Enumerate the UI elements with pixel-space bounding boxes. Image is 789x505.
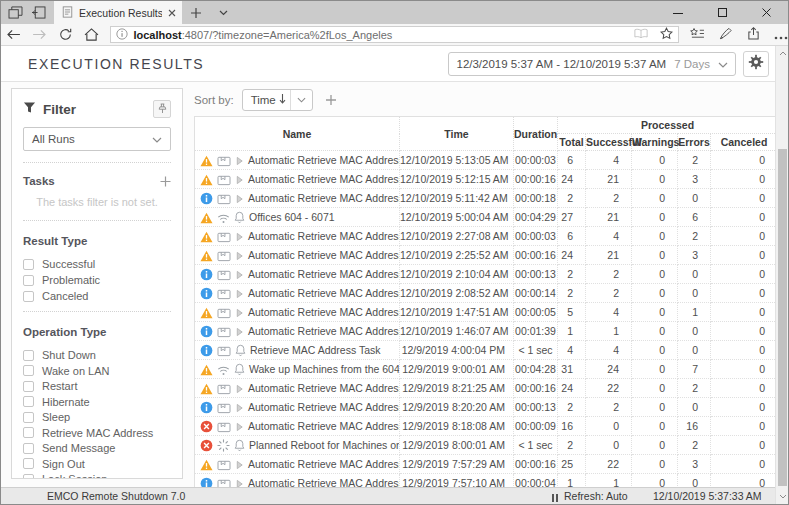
result-row[interactable]: Automatic Retrieve MAC Address12/10/2019… [195,151,776,170]
checkbox[interactable] [23,458,34,469]
column-header-successful[interactable]: Successful [586,134,632,151]
expand-arrow-icon[interactable] [235,420,244,432]
home-icon[interactable] [79,25,105,45]
checkbox[interactable] [23,275,34,286]
checkbox[interactable] [23,259,34,270]
result-row[interactable]: Automatic Retrieve MAC Address12/10/2019… [195,170,776,189]
checkbox[interactable] [23,427,34,438]
result-row[interactable]: Automatic Retrieve MAC Address12/10/2019… [195,284,776,303]
scroll-down-icon[interactable] [776,490,789,503]
filter-option-hibernate[interactable]: Hibernate [23,396,171,408]
result-row[interactable]: Retrieve MAC Address Task12/9/2019 4:00:… [195,341,776,360]
filter-option-successful[interactable]: Successful [23,258,171,270]
column-header-errors[interactable]: Errors [678,134,711,151]
checkbox[interactable] [23,412,34,423]
expand-arrow-icon[interactable] [235,173,244,185]
expand-arrow-icon[interactable] [235,230,244,242]
expand-arrow-icon[interactable] [235,154,244,166]
set-tabs-aside-icon[interactable] [31,6,46,19]
column-header-duration[interactable]: Duration [514,117,558,151]
expand-arrow-icon[interactable] [235,325,244,337]
filter-option-shut-down[interactable]: Shut Down [23,349,171,361]
result-row[interactable]: Automatic Retrieve MAC Address12/10/2019… [195,303,776,322]
more-options-icon[interactable] [774,26,788,44]
expand-arrow-icon[interactable] [235,287,244,299]
maximize-button[interactable] [700,1,744,24]
result-row[interactable]: Automatic Retrieve MAC Address12/10/2019… [195,322,776,341]
new-tab-button[interactable] [182,1,210,24]
column-header-warnings[interactable]: Warnings [632,134,678,151]
result-row[interactable]: Automatic Retrieve MAC Address12/10/2019… [195,227,776,246]
checkbox[interactable] [23,396,34,407]
filter-option-retrieve-mac-address[interactable]: Retrieve MAC Address [23,427,171,439]
checkbox[interactable] [23,474,34,480]
expand-arrow-icon[interactable] [235,382,244,394]
result-row[interactable]: Automatic Retrieve MAC Address12/10/2019… [195,189,776,208]
pause-refresh-icon[interactable] [552,492,558,504]
filter-option-canceled[interactable]: Canceled [23,290,171,302]
checkbox[interactable] [23,291,34,302]
filter-option-send-message[interactable]: Send Message [23,442,171,454]
result-row[interactable]: Planned Reboot for Machines on the 3rd F… [195,436,776,455]
result-row[interactable]: Automatic Retrieve MAC Address12/10/2019… [195,265,776,284]
column-header-total[interactable]: Total [558,134,586,151]
filter-option-restart[interactable]: Restart [23,380,171,392]
date-range-selector[interactable]: 12/3/2019 5:37 AM - 12/10/2019 5:37 AM 7… [448,52,736,76]
expand-arrow-icon[interactable] [235,458,244,470]
refresh-icon[interactable] [53,25,79,45]
tab-close-icon[interactable] [168,7,176,19]
expand-arrow-icon[interactable] [235,401,244,413]
settings-button[interactable] [743,51,769,77]
filter-option-sign-out[interactable]: Sign Out [23,458,171,470]
filter-option-lock-session[interactable]: Lock Session [23,473,171,479]
favorite-star-icon[interactable] [660,27,673,42]
page-scrollbar[interactable] [775,46,788,504]
filter-option-wake-on-lan[interactable]: Wake on LAN [23,365,171,377]
runs-filter-select[interactable]: All Runs [23,127,171,151]
add-task-filter-button[interactable] [160,176,171,187]
expand-arrow-icon[interactable] [235,192,244,204]
checkbox[interactable] [23,381,34,392]
scheduled-task-icon [217,382,231,395]
checkbox[interactable] [23,365,34,376]
browser-tab[interactable]: Execution Results - EMC [54,1,182,24]
sort-field-select[interactable]: Time [242,89,313,111]
scrollbar-thumb[interactable] [778,149,787,486]
checkbox[interactable] [23,443,34,454]
expand-arrow-icon[interactable] [235,249,244,261]
close-window-button[interactable] [744,1,788,24]
annotate-pen-icon[interactable] [719,26,733,44]
filter-option-problematic[interactable]: Problematic [23,274,171,286]
minimize-button[interactable] [656,1,700,24]
url-input[interactable]: localhost:4807/?timezone=America%2fLos_A… [110,26,679,43]
checkbox[interactable] [23,350,34,361]
result-row[interactable]: Automatic Retrieve MAC Address12/9/2019 … [195,379,776,398]
tab-list-chevron-icon[interactable] [210,1,237,24]
column-header-name[interactable]: Name [195,117,400,151]
result-row[interactable]: Automatic Retrieve MAC Address12/9/2019 … [195,398,776,417]
column-header-canceled[interactable]: Canceled [711,134,776,151]
chevron-down-icon [290,90,312,110]
result-row[interactable]: Wake up Machines from the 604-607 Office… [195,360,776,379]
back-icon[interactable] [1,25,27,45]
expand-arrow-icon[interactable] [235,477,244,487]
add-sort-button[interactable] [325,94,337,106]
result-row[interactable]: Automatic Retrieve MAC Address12/9/2019 … [195,455,776,474]
expand-arrow-icon[interactable] [235,306,244,318]
result-row[interactable]: Offices 604 - 607112/10/2019 5:00:04 AM0… [195,208,776,227]
result-row[interactable]: Automatic Retrieve MAC Address12/9/2019 … [195,417,776,436]
filter-option-sleep[interactable]: Sleep [23,411,171,423]
reading-view-icon[interactable] [634,28,648,41]
result-row[interactable]: Automatic Retrieve MAC Address12/10/2019… [195,246,776,265]
expand-arrow-icon[interactable] [235,268,244,280]
forward-icon[interactable] [27,25,53,45]
pin-panel-button[interactable] [153,100,171,118]
site-info-icon[interactable] [116,28,128,42]
scroll-up-icon[interactable] [776,47,789,60]
column-header-time[interactable]: Time [400,117,514,151]
result-row[interactable]: Automatic Retrieve MAC Address12/9/2019 … [195,474,776,488]
chevron-down-icon[interactable] [718,58,728,70]
share-icon[interactable] [747,26,760,44]
tab-preview-icon[interactable] [8,6,23,19]
favorites-hub-icon[interactable] [689,26,705,44]
